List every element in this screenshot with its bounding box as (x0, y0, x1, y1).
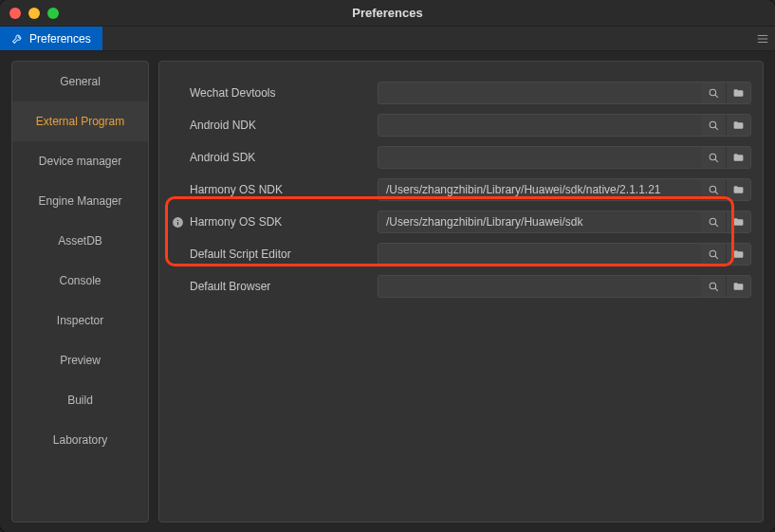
minimize-icon[interactable] (28, 8, 40, 19)
search-button[interactable] (701, 147, 726, 168)
search-icon (708, 248, 720, 261)
sidebar-item-assetdb[interactable]: AssetDB (12, 221, 148, 261)
tab-label: Preferences (29, 32, 91, 46)
path-field (378, 243, 751, 266)
folder-icon (732, 281, 745, 293)
search-icon (708, 152, 720, 164)
panel-menu-button[interactable] (750, 27, 775, 50)
svg-line-4 (714, 94, 717, 97)
sidebar-label: Console (59, 274, 101, 287)
svg-line-6 (714, 126, 717, 129)
search-icon (708, 119, 720, 132)
search-icon (708, 87, 720, 100)
sidebar-item-laboratory[interactable]: Laboratory (12, 420, 148, 460)
folder-icon (732, 87, 745, 100)
row-harmony-sdk: Harmony OS SDK (171, 206, 751, 238)
folder-icon (732, 152, 745, 164)
sidebar-label: Inspector (57, 314, 103, 327)
browse-button[interactable] (726, 83, 750, 103)
search-button[interactable] (701, 115, 726, 136)
sidebar-label: Device manager (39, 155, 121, 168)
sidebar-label: External Program (36, 115, 124, 128)
path-field (378, 178, 751, 201)
content-area: General External Program Device manager … (0, 51, 775, 532)
browse-button[interactable] (726, 276, 750, 297)
sidebar-item-external-program[interactable]: External Program (12, 101, 148, 141)
android-ndk-input[interactable] (378, 115, 701, 136)
sidebar-item-console[interactable]: Console (12, 261, 148, 301)
folder-icon (732, 184, 745, 196)
sidebar-item-general[interactable]: General (12, 62, 148, 101)
android-sdk-input[interactable] (378, 147, 701, 168)
svg-point-7 (710, 154, 716, 160)
sidebar-item-engine-manager[interactable]: Engine Manager (12, 181, 148, 221)
sidebar-item-build[interactable]: Build (12, 380, 148, 420)
svg-point-9 (710, 186, 716, 193)
svg-point-5 (710, 121, 716, 128)
default-script-editor-input[interactable] (378, 244, 701, 265)
settings-rows: Wechat Devtools Android NDK (171, 77, 751, 303)
search-button[interactable] (701, 244, 726, 265)
settings-panel: Wechat Devtools Android NDK (158, 61, 764, 523)
svg-point-3 (710, 89, 716, 96)
sidebar-item-device-manager[interactable]: Device manager (12, 141, 148, 181)
info-icon[interactable] (171, 215, 184, 229)
search-icon (708, 184, 720, 196)
browse-button[interactable] (726, 147, 750, 168)
info-icon (171, 183, 184, 196)
svg-line-17 (714, 287, 717, 290)
search-icon (708, 216, 720, 229)
hamburger-icon (756, 32, 769, 46)
preferences-window: Preferences Preferences General External… (0, 0, 775, 532)
search-button[interactable] (701, 276, 726, 297)
search-button[interactable] (701, 211, 726, 232)
sidebar-label: Laboratory (53, 433, 107, 447)
default-browser-input[interactable] (378, 276, 701, 297)
tab-bar: Preferences (0, 27, 775, 51)
field-label: Android SDK (190, 151, 255, 164)
close-icon[interactable] (9, 8, 21, 19)
tab-preferences[interactable]: Preferences (0, 27, 102, 50)
svg-line-15 (714, 255, 717, 258)
sidebar-label: Preview (60, 354, 101, 367)
row-wechat-devtools: Wechat Devtools (171, 77, 751, 109)
wrench-icon (11, 32, 24, 45)
info-icon (171, 248, 184, 261)
svg-point-12 (710, 218, 716, 225)
sidebar-label: General (60, 75, 101, 88)
search-button[interactable] (701, 179, 726, 200)
browse-button[interactable] (726, 244, 750, 265)
path-field (378, 82, 751, 104)
info-icon (171, 280, 184, 293)
browse-button[interactable] (726, 211, 750, 232)
search-icon (708, 281, 720, 293)
row-android-sdk: Android SDK (171, 141, 751, 174)
sidebar-label: Engine Manager (38, 194, 121, 208)
field-label: Android NDK (190, 119, 256, 132)
field-label: Harmony OS NDK (190, 183, 283, 196)
row-harmony-ndk: Harmony OS NDK (171, 174, 751, 206)
maximize-icon[interactable] (47, 8, 59, 19)
info-icon (171, 86, 184, 100)
folder-icon (732, 119, 745, 132)
field-label: Wechat Devtools (190, 86, 276, 100)
harmony-ndk-input[interactable] (378, 179, 701, 200)
svg-line-10 (714, 191, 717, 193)
sidebar-item-inspector[interactable]: Inspector (12, 301, 148, 340)
path-field (378, 146, 751, 169)
titlebar: Preferences (0, 0, 775, 27)
svg-point-16 (710, 283, 716, 289)
sidebar: General External Program Device manager … (11, 61, 149, 523)
wechat-devtools-input[interactable] (378, 83, 701, 103)
info-icon (171, 119, 184, 132)
row-default-script-editor: Default Script Editor (171, 238, 751, 270)
sidebar-item-preview[interactable]: Preview (12, 340, 148, 380)
path-field (378, 114, 751, 137)
browse-button[interactable] (726, 115, 750, 136)
window-title: Preferences (0, 6, 775, 20)
row-android-ndk: Android NDK (171, 109, 751, 141)
harmony-sdk-input[interactable] (378, 211, 701, 232)
info-icon (171, 151, 184, 164)
browse-button[interactable] (726, 179, 750, 200)
search-button[interactable] (701, 83, 726, 103)
